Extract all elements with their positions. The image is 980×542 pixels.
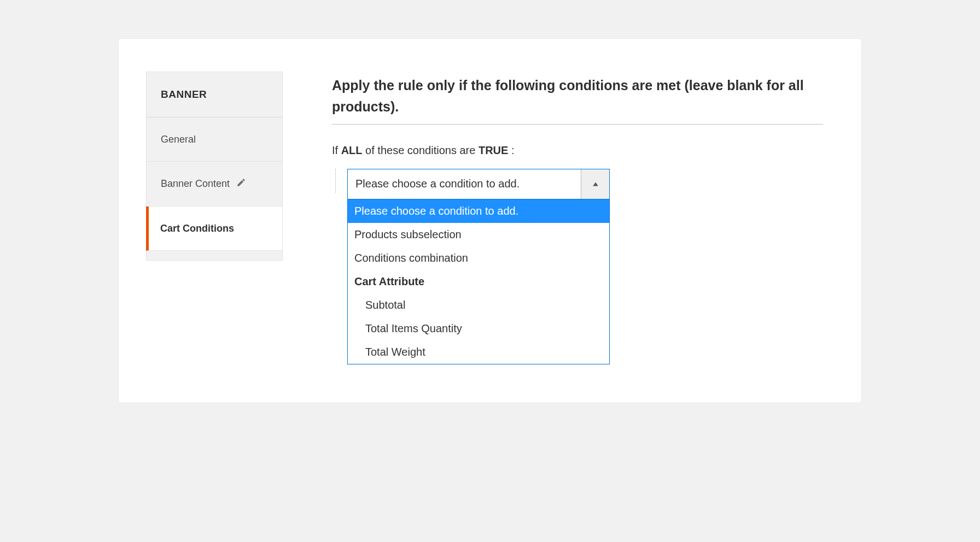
condition-sentence: If ALL of these conditions are TRUE : [332, 144, 823, 157]
sidebar-bottom-spacer [146, 251, 283, 261]
sidebar-item-general[interactable]: General [146, 117, 283, 162]
divider [332, 124, 823, 125]
select-option[interactable]: Total Items Quantity [348, 317, 609, 340]
select-option[interactable]: Conditions combination [348, 246, 609, 270]
section-heading: Apply the rule only if the following con… [332, 75, 823, 117]
select-option[interactable]: Subtotal [348, 293, 609, 317]
select-optgroup-label: Cart Attribute [348, 270, 609, 293]
sentence-post: : [508, 144, 514, 156]
condition-aggregate[interactable]: ALL [341, 144, 363, 156]
sidebar-item-label: Banner Content [161, 177, 230, 190]
condition-select[interactable]: Please choose a condition to add. Please… [347, 169, 610, 364]
select-display[interactable]: Please choose a condition to add. [347, 169, 610, 199]
sidebar-item-label: General [161, 133, 196, 146]
settings-card: BANNER General Banner Content Cart Condi… [118, 38, 862, 403]
sidebar: BANNER General Banner Content Cart Condi… [146, 72, 283, 364]
tree-connector [332, 169, 347, 193]
svg-marker-0 [593, 182, 598, 186]
select-option[interactable]: Please choose a condition to add. [348, 199, 609, 223]
condition-value[interactable]: TRUE [479, 144, 508, 156]
select-option[interactable]: Total Weight [348, 340, 609, 364]
select-option[interactable]: Products subselection [348, 223, 609, 246]
sidebar-item-cart-conditions[interactable]: Cart Conditions [146, 207, 283, 251]
edit-icon [236, 178, 246, 190]
select-dropdown: Please choose a condition to add. Produc… [347, 199, 610, 364]
sidebar-item-banner-content[interactable]: Banner Content [146, 162, 283, 206]
main-panel: Apply the rule only if the following con… [332, 72, 823, 364]
chevron-up-icon[interactable] [581, 169, 609, 199]
sentence-mid: of these conditions are [363, 144, 479, 156]
sentence-pre: If [332, 144, 341, 156]
condition-add-row: Please choose a condition to add. Please… [332, 169, 823, 364]
sidebar-item-label: Cart Conditions [160, 222, 234, 235]
select-placeholder: Please choose a condition to add. [348, 169, 581, 199]
sidebar-header: BANNER [146, 72, 283, 117]
